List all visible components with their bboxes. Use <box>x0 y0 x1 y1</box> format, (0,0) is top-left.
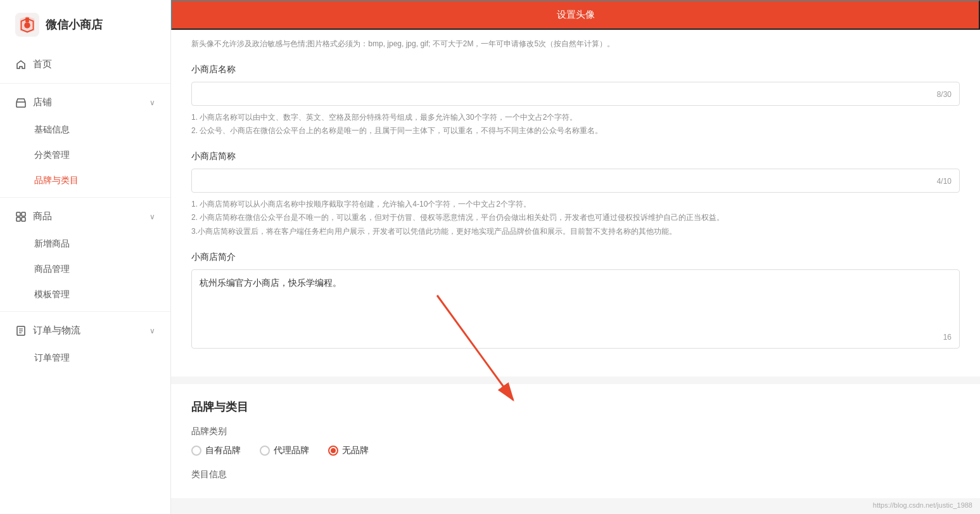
shop-intro-label: 小商店简介 <box>191 252 960 263</box>
set-avatar-button[interactable]: 设置头像 <box>171 0 980 30</box>
avatar-hint-text: 新头像不允许涉及政治敏感与色情;图片格式必须为：bmp, jpeg, jpg, … <box>191 37 960 51</box>
sidebar-item-order-manage[interactable]: 订单管理 <box>0 345 170 371</box>
shop-short-name-count: 4/10 <box>937 177 951 186</box>
main-content: 设置头像 新头像不允许涉及政治敏感与色情;图片格式必须为：bmp, jpeg, … <box>171 0 980 514</box>
radio-agent-label: 代理品牌 <box>274 445 309 456</box>
order-icon <box>15 325 27 337</box>
sidebar-item-brand-category[interactable]: 品牌与类目 <box>0 168 170 193</box>
shop-intro-textarea[interactable]: 杭州乐编官方小商店，快乐学编程。 <box>192 270 959 346</box>
sidebar-item-orders[interactable]: 订单与物流 ∨ <box>0 316 170 345</box>
shop-intro-section: 小商店简介 杭州乐编官方小商店，快乐学编程。 16 <box>191 252 960 349</box>
radio-own-circle <box>191 446 201 456</box>
svg-rect-5 <box>22 212 25 216</box>
brand-section-title: 品牌与类目 <box>191 399 960 414</box>
shop-name-input[interactable]: 乐编小店 <box>192 82 959 105</box>
sidebar-item-category[interactable]: 分类管理 <box>0 143 170 168</box>
orders-arrow: ∨ <box>150 326 155 335</box>
avatar-card: 设置头像 新头像不允许涉及政治敏感与色情;图片格式必须为：bmp, jpeg, … <box>171 0 980 376</box>
sidebar-item-home-label: 首页 <box>33 58 52 70</box>
radio-no-label: 无品牌 <box>342 445 369 456</box>
brand-category-card: 品牌与类目 品牌类别 自有品牌 代理品牌 无品牌 类目信息 <box>171 384 980 498</box>
svg-rect-4 <box>16 212 20 216</box>
brand-radio-group: 自有品牌 代理品牌 无品牌 <box>191 445 960 456</box>
watermark: https://blog.csdn.net/justic_1988 <box>873 501 972 509</box>
sidebar-item-template-manage[interactable]: 模板管理 <box>0 282 170 307</box>
store-icon <box>15 97 27 108</box>
sidebar-item-add-product[interactable]: 新增商品 <box>0 231 170 257</box>
shop-short-name-section: 小商店简称 乐编 4/10 1. 小商店简称可以从小商店名称中按顺序截取字符创建… <box>191 151 960 239</box>
shop-short-name-hints: 1. 小商店简称可以从小商店名称中按顺序截取字符创建，允许输入4-10个字符，一… <box>191 198 960 239</box>
svg-point-1 <box>24 22 30 29</box>
radio-no-brand[interactable]: 无品牌 <box>328 445 369 456</box>
sidebar-item-home[interactable]: 首页 <box>0 49 170 79</box>
radio-agent-circle <box>260 446 270 456</box>
radio-agent-brand[interactable]: 代理品牌 <box>260 445 309 456</box>
svg-rect-3 <box>16 102 25 107</box>
svg-rect-7 <box>22 217 25 221</box>
shop-intro-input-wrapper: 杭州乐编官方小商店，快乐学编程。 16 <box>191 269 960 349</box>
sidebar-item-product-manage[interactable]: 商品管理 <box>0 257 170 282</box>
shop-name-section: 小商店名称 乐编小店 8/30 1. 小商店名称可以由中文、数字、英文、空格及部… <box>191 64 960 138</box>
svg-rect-6 <box>16 217 20 221</box>
radio-own-brand[interactable]: 自有品牌 <box>191 445 241 456</box>
logo-text: 微信小商店 <box>46 17 103 32</box>
logo-icon <box>15 13 39 37</box>
store-arrow: ∨ <box>150 98 155 107</box>
shop-intro-count: 16 <box>943 333 951 342</box>
svg-rect-2 <box>25 18 29 23</box>
product-icon <box>15 211 27 222</box>
shop-short-name-input-wrapper: 乐编 4/10 <box>191 169 960 193</box>
radio-own-label: 自有品牌 <box>205 445 241 456</box>
shop-name-count: 8/30 <box>937 90 951 99</box>
sidebar-item-store[interactable]: 店铺 ∨ <box>0 87 170 117</box>
sidebar-item-products-label: 商品 <box>33 210 52 222</box>
shop-short-name-input[interactable]: 乐编 <box>192 169 959 192</box>
radio-no-circle <box>328 446 338 456</box>
home-icon <box>15 59 27 70</box>
sidebar-item-basic-info[interactable]: 基础信息 <box>0 117 170 143</box>
sidebar-item-products[interactable]: 商品 ∨ <box>0 202 170 231</box>
shop-short-name-label: 小商店简称 <box>191 151 960 162</box>
shop-name-hints: 1. 小商店名称可以由中文、数字、英文、空格及部分特殊符号组成，最多允许输入30… <box>191 111 960 138</box>
category-info-label: 类目信息 <box>191 469 960 480</box>
brand-type-label: 品牌类别 <box>191 426 960 437</box>
shop-name-input-wrapper: 乐编小店 8/30 <box>191 82 960 106</box>
logo-area: 微信小商店 <box>0 0 170 49</box>
sidebar-item-orders-label: 订单与物流 <box>33 324 80 337</box>
products-arrow: ∨ <box>150 212 155 221</box>
shop-name-label: 小商店名称 <box>191 64 960 75</box>
sidebar-item-store-label: 店铺 <box>33 96 52 108</box>
sidebar: 微信小商店 首页 店铺 ∨ 基础信息 分类管理 品牌与类目 商品 ∨ 新增商品 … <box>0 0 171 514</box>
